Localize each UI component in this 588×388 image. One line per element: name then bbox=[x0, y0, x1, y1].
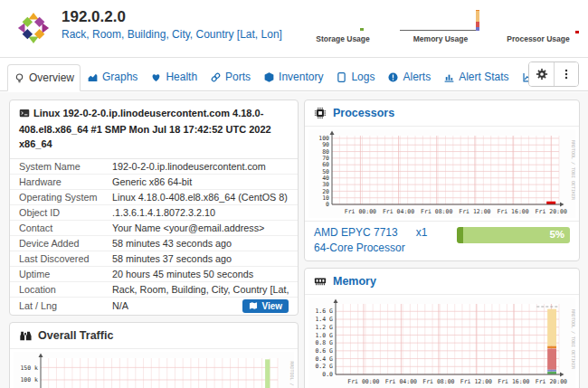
memory-usage-label: Memory Usage bbox=[413, 34, 468, 43]
svg-text:100: 100 bbox=[318, 135, 329, 142]
cpu-description: 64-Core Processor bbox=[314, 241, 457, 254]
memory-panel: Memory 0.00.2 G0.4 G0.6 G0.8 G1.0 G1.2 G… bbox=[304, 268, 580, 388]
row-lat-lng: Lat / Lng N/A View bbox=[10, 298, 298, 315]
tab-notes[interactable]: Notes bbox=[582, 63, 588, 90]
tab-logs[interactable]: Logs bbox=[329, 63, 381, 90]
svg-text:40: 40 bbox=[322, 175, 329, 182]
alert-circle-icon bbox=[387, 71, 399, 83]
processor-usage-mini[interactable]: Processor Usage bbox=[496, 7, 581, 43]
svg-text:Fri 04:00: Fri 04:00 bbox=[385, 378, 417, 385]
cpu-usage-progress-bar: 5% bbox=[457, 227, 570, 243]
storage-usage-label: Storage Usage bbox=[316, 34, 370, 43]
svg-text:Fri 12:00: Fri 12:00 bbox=[459, 208, 490, 215]
view-map-button[interactable]: View bbox=[242, 299, 289, 313]
storage-usage-sparkline bbox=[300, 7, 385, 34]
overall-traffic-title: Overall Traffic bbox=[38, 329, 113, 342]
tab-inventory[interactable]: Inventory bbox=[257, 63, 329, 90]
processor-usage-sparkline bbox=[496, 7, 581, 34]
svg-text:90: 90 bbox=[322, 141, 329, 148]
tab-health[interactable]: Health bbox=[144, 63, 204, 90]
link-icon bbox=[210, 71, 222, 83]
storage-usage-mini[interactable]: Storage Usage bbox=[300, 7, 385, 43]
processors-header[interactable]: Processors bbox=[305, 100, 579, 127]
system-description: Linux 192-0-2-0.ip.linodeusercontent.com… bbox=[19, 108, 271, 149]
row-uptime: Uptime 20 hours 45 minutes 50 seconds bbox=[10, 267, 298, 282]
svg-text:1.4 G: 1.4 G bbox=[315, 316, 333, 323]
tab-ports[interactable]: Ports bbox=[204, 63, 257, 90]
tab-overview[interactable]: Overview bbox=[7, 64, 81, 91]
svg-text:0.0: 0.0 bbox=[322, 371, 333, 378]
memory-icon bbox=[314, 275, 327, 288]
svg-text:Fri 16:00: Fri 16:00 bbox=[498, 378, 529, 385]
terminal-icon bbox=[19, 108, 30, 123]
svg-text:Fri 08:00: Fri 08:00 bbox=[422, 378, 454, 385]
device-location-link[interactable]: Rack, Room, Building, City, Country [Lat… bbox=[62, 28, 282, 41]
processors-panel: Processors 0102030405060708090100Fri 00:… bbox=[304, 99, 580, 261]
svg-text:0.6 G: 0.6 G bbox=[315, 347, 333, 355]
area-chart-icon bbox=[87, 71, 99, 83]
row-location: Location Rack, Room, Building, City, Cou… bbox=[10, 282, 298, 298]
row-object-id: Object ID .1.3.6.1.4.1.8072.3.2.10 bbox=[10, 205, 298, 221]
svg-text:150 k: 150 k bbox=[20, 364, 38, 371]
tab-actions-group bbox=[528, 62, 579, 87]
svg-text:Fri 08:00: Fri 08:00 bbox=[421, 208, 452, 215]
memory-usage-stack bbox=[476, 10, 479, 31]
svg-text:0.4 G: 0.4 G bbox=[315, 355, 333, 363]
device-title: 192.0.2.0 bbox=[62, 8, 126, 26]
binoculars-icon bbox=[19, 329, 32, 342]
tab-alert-stats[interactable]: Alert Stats bbox=[437, 63, 515, 90]
system-panel: Linux 192-0-2-0.ip.linodeusercontent.com… bbox=[9, 99, 299, 316]
cpu-count: x1 bbox=[416, 226, 428, 239]
device-header: 192.0.2.0 Rack, Room, Building, City, Co… bbox=[0, 0, 588, 58]
memory-usage-mini[interactable]: Memory Usage bbox=[398, 7, 483, 43]
memory-title: Memory bbox=[333, 275, 376, 288]
device-overview-page: 192.0.2.0 Rack, Room, Building, City, Co… bbox=[0, 0, 588, 388]
overall-traffic-panel: Overall Traffic 050 k100 k150 kRRDTOOL /… bbox=[9, 322, 299, 388]
system-panel-header: Linux 192-0-2-0.ip.linodeusercontent.com… bbox=[10, 100, 298, 159]
svg-text:50: 50 bbox=[322, 168, 329, 175]
svg-text:1.2 G: 1.2 G bbox=[315, 324, 333, 331]
settings-button[interactable] bbox=[529, 62, 554, 86]
logs-icon bbox=[336, 71, 347, 83]
header-usage-graphs: Storage Usage Memory Usage Processor Usa… bbox=[300, 7, 581, 43]
svg-text:100 k: 100 k bbox=[20, 376, 38, 383]
device-tab-bar: Overview Graphs Health Ports Inventory L… bbox=[0, 63, 588, 91]
processor-usage-label: Processor Usage bbox=[507, 34, 569, 43]
svg-text:Fri 00:00: Fri 00:00 bbox=[347, 378, 379, 385]
svg-text:RRDTOOL / TOBI OETIKER: RRDTOOL / TOBI OETIKER bbox=[571, 309, 575, 370]
svg-text:20: 20 bbox=[322, 188, 329, 195]
cpu-name-link[interactable]: AMD EPYC 7713 bbox=[314, 226, 398, 239]
cpu-usage-percent: 5% bbox=[549, 229, 564, 240]
cpu-summary-row: AMD EPYC 7713x1 64-Core Processor 5% bbox=[305, 221, 579, 260]
overall-traffic-graph[interactable]: 050 k100 k150 kRRDTOOL / TOBI OETIKER bbox=[14, 352, 294, 388]
bar-chart-icon bbox=[443, 71, 455, 83]
memory-header[interactable]: Memory bbox=[305, 269, 579, 295]
row-last-discovered: Last Discovered 58 minutes 37 seconds ag… bbox=[10, 251, 298, 267]
more-options-button[interactable] bbox=[554, 62, 578, 86]
cube-icon bbox=[263, 71, 275, 83]
memory-graph[interactable]: 0.00.2 G0.4 G0.6 G0.8 G1.0 G1.2 G1.4 G1.… bbox=[308, 298, 575, 388]
lightbulb-icon bbox=[14, 72, 25, 84]
tab-alerts[interactable]: Alerts bbox=[381, 63, 437, 90]
processors-graph[interactable]: 0102030405060708090100Fri 00:00Fri 04:00… bbox=[308, 129, 575, 218]
svg-text:RRDTOOL / TOBI OETIKER: RRDTOOL / TOBI OETIKER bbox=[571, 140, 575, 201]
microchip-icon bbox=[314, 107, 327, 119]
svg-text:Fri 20:00: Fri 20:00 bbox=[536, 378, 567, 385]
svg-text:Fri 12:00: Fri 12:00 bbox=[460, 378, 492, 385]
row-system-name: System Name 192-0-2-0.ip.linodeuserconte… bbox=[10, 159, 298, 175]
row-device-added: Device Added 58 minutes 43 seconds ago bbox=[10, 236, 298, 251]
svg-text:1.0 G: 1.0 G bbox=[315, 332, 333, 339]
svg-text:0.8 G: 0.8 G bbox=[315, 339, 333, 346]
svg-text:0.2 G: 0.2 G bbox=[315, 363, 333, 370]
svg-text:Fri 00:00: Fri 00:00 bbox=[345, 208, 376, 215]
row-contact: Contact Your Name <your@email.address> bbox=[10, 221, 298, 236]
kebab-menu-icon bbox=[560, 68, 573, 80]
overview-content: Linux 192-0-2-0.ip.linodeusercontent.com… bbox=[0, 92, 588, 388]
heart-icon bbox=[150, 71, 162, 83]
overall-traffic-header: Overall Traffic bbox=[10, 323, 298, 349]
cpu-usage-progress-fill bbox=[457, 227, 463, 243]
processors-title: Processors bbox=[333, 107, 394, 119]
svg-text:70: 70 bbox=[322, 155, 329, 162]
tab-graphs[interactable]: Graphs bbox=[81, 63, 144, 90]
svg-text:0: 0 bbox=[326, 201, 329, 208]
